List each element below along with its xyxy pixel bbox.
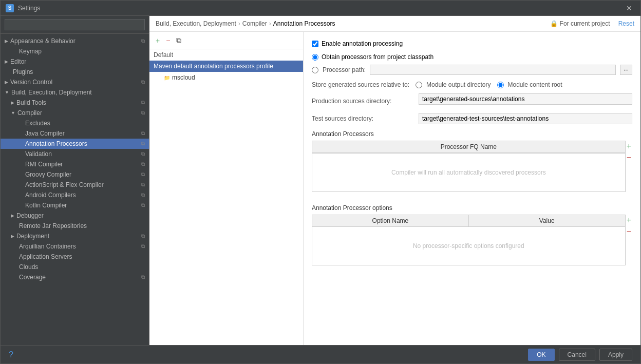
processor-table-container: Processor FQ Name Compiler will run all … (312, 141, 626, 192)
tree-item-android-compilers[interactable]: Android Compilers⧉ (1, 190, 149, 200)
profile-panel: + − ⧉ Default Maven default annotation p… (149, 32, 304, 345)
apply-button[interactable]: Apply (599, 349, 632, 361)
ok-button[interactable]: OK (528, 349, 554, 361)
tree-item-label: Annotation Processors (25, 140, 87, 147)
breadcrumb-sep1: › (238, 20, 240, 27)
tree-item-editor[interactable]: ▶Editor (1, 56, 149, 67)
tree-arrow: ▶ (5, 59, 8, 64)
enable-annotation-checkbox[interactable] (312, 41, 318, 47)
remove-processor-button[interactable]: − (626, 152, 632, 163)
add-processor-button[interactable]: + (626, 141, 632, 152)
tree-item-label: Remote Jar Repositories (19, 222, 87, 229)
tree-item-label: Debugger (16, 212, 44, 219)
profile-item-default[interactable]: Default (149, 49, 303, 61)
tree-item-java-compiler[interactable]: Java Compiler⧉ (1, 128, 149, 139)
store-sources-row: Store generated sources relative to: Mod… (312, 81, 632, 88)
annotation-options-table-wrapper: Option Name Value No processor-specific … (312, 215, 632, 272)
tree-item-actionscript[interactable]: ActionScript & Flex Compiler⧉ (1, 180, 149, 190)
tree-item-label: Build, Execution, Deployment (11, 89, 92, 96)
tree-item-build-exec[interactable]: ▼Build, Execution, Deployment (1, 87, 149, 98)
remove-profile-button[interactable]: − (164, 35, 172, 46)
production-dir-input[interactable] (419, 93, 632, 105)
title-bar: S Settings ✕ (1, 1, 640, 16)
tree-item-label: ActionScript & Flex Compiler (25, 181, 104, 188)
add-option-button[interactable]: + (626, 215, 632, 226)
tree-item-version-control[interactable]: ▶Version Control⧉ (1, 77, 149, 87)
search-bar (1, 16, 149, 34)
breadcrumb-part2: Compiler (242, 20, 267, 27)
lock-icon: 🔒 (550, 20, 558, 27)
test-dir-input[interactable] (419, 113, 632, 124)
tree-item-excludes[interactable]: Excludes (1, 118, 149, 128)
tree-item-rmi-compiler[interactable]: RMI Compiler⧉ (1, 159, 149, 169)
obtain-project-radio[interactable] (312, 54, 318, 61)
options-table-empty-row: No processor-specific options configured (312, 227, 625, 265)
tree-item-keymap[interactable]: Keymap (1, 46, 149, 56)
copy-icon: ⧉ (141, 161, 145, 167)
tree-item-label: Build Tools (16, 99, 46, 106)
tree-item-debugger[interactable]: ▶Debugger (1, 210, 149, 221)
options-table-header: Option Name Value (312, 215, 625, 227)
tree-item-coverage[interactable]: Coverage⧉ (1, 272, 149, 282)
reset-button[interactable]: Reset (618, 20, 634, 27)
tree-item-appearance[interactable]: ▶Appearance & Behavior⧉ (1, 36, 149, 46)
tree-arrow: ▶ (5, 80, 8, 85)
copy-profile-button[interactable]: ⧉ (174, 35, 183, 46)
tree-arrow: ▶ (11, 234, 14, 239)
main-content: ▶Appearance & Behavior⧉Keymap▶EditorPlug… (1, 16, 640, 345)
copy-icon: ⧉ (141, 151, 145, 157)
tree-item-label: Kotlin Compiler (25, 202, 67, 209)
window-title: Settings (18, 5, 623, 12)
tree-item-deployment[interactable]: ▶Deployment⧉ (1, 231, 149, 241)
close-button[interactable]: ✕ (623, 3, 635, 13)
breadcrumb-sep2: › (269, 20, 271, 27)
test-dir-label: Test sources directory: (312, 115, 414, 122)
remove-option-button[interactable]: − (626, 226, 632, 237)
tree-item-build-tools[interactable]: ▶Build Tools⧉ (1, 98, 149, 108)
profile-item-mscloud[interactable]: 📁 mscloud (149, 72, 303, 83)
copy-icon: ⧉ (141, 130, 145, 137)
copy-icon: ⧉ (141, 141, 145, 147)
help-icon[interactable]: ? (9, 350, 13, 359)
tree-item-clouds[interactable]: Clouds (1, 262, 149, 272)
settings-panel: Enable annotation processing Obtain proc… (304, 32, 640, 345)
enable-annotation-row: Enable annotation processing (312, 40, 632, 47)
tree-item-label: Appearance & Behavior (10, 37, 76, 45)
tree-item-label: Android Compilers (25, 191, 76, 199)
breadcrumb-part1: Build, Execution, Deployment (156, 20, 236, 27)
copy-icon: ⧉ (141, 192, 145, 198)
tree-item-compiler[interactable]: ▼Compiler⧉ (1, 108, 149, 118)
tree-item-arquillian[interactable]: Arquillian Containers⧉ (1, 241, 149, 252)
cancel-button[interactable]: Cancel (559, 349, 595, 361)
production-dir-label: Production sources directory: (312, 98, 414, 105)
production-dir-row: Production sources directory: (312, 93, 632, 109)
bottom-bar: ? OK Cancel Apply (1, 345, 640, 363)
annotation-processors-title: Annotation Processors (312, 130, 632, 138)
processor-path-input[interactable] (370, 65, 616, 75)
tree-item-label: Coverage (19, 274, 46, 281)
processor-table-empty-row: Compiler will run all automatically disc… (312, 154, 625, 191)
tree-item-label: Keymap (19, 48, 42, 55)
processor-path-radio[interactable] (312, 67, 318, 73)
tree-item-remote-jar[interactable]: Remote Jar Repositories (1, 221, 149, 231)
tree-item-kotlin-compiler[interactable]: Kotlin Compiler⧉ (1, 200, 149, 210)
options-table-empty-msg: No processor-specific options configured (312, 227, 625, 265)
tree-item-label: Version Control (10, 79, 52, 86)
profile-item-maven[interactable]: Maven default annotation processors prof… (149, 61, 303, 72)
tree-item-label: Groovy Compiler (25, 171, 71, 178)
store-sources-label: Store generated sources relative to: (312, 81, 409, 88)
enable-annotation-label: Enable annotation processing (322, 40, 403, 47)
module-output-radio[interactable] (416, 82, 422, 88)
tree-item-validation[interactable]: Validation⧉ (1, 149, 149, 159)
tree-item-plugins[interactable]: Plugins (1, 67, 149, 77)
tree-item-label: Application Servers (19, 253, 72, 260)
module-content-radio[interactable] (497, 82, 504, 88)
tree-arrow: ▼ (11, 110, 15, 116)
search-input[interactable] (5, 19, 145, 30)
annotation-options-table: Option Name Value No processor-specific … (312, 215, 626, 272)
add-profile-button[interactable]: + (154, 35, 162, 46)
tree-item-annotation-processors[interactable]: Annotation Processors⧉ (1, 139, 149, 149)
tree-item-app-servers[interactable]: Application Servers (1, 252, 149, 262)
tree-item-groovy-compiler[interactable]: Groovy Compiler⧉ (1, 169, 149, 180)
processor-path-browse-button[interactable]: ··· (620, 65, 632, 75)
